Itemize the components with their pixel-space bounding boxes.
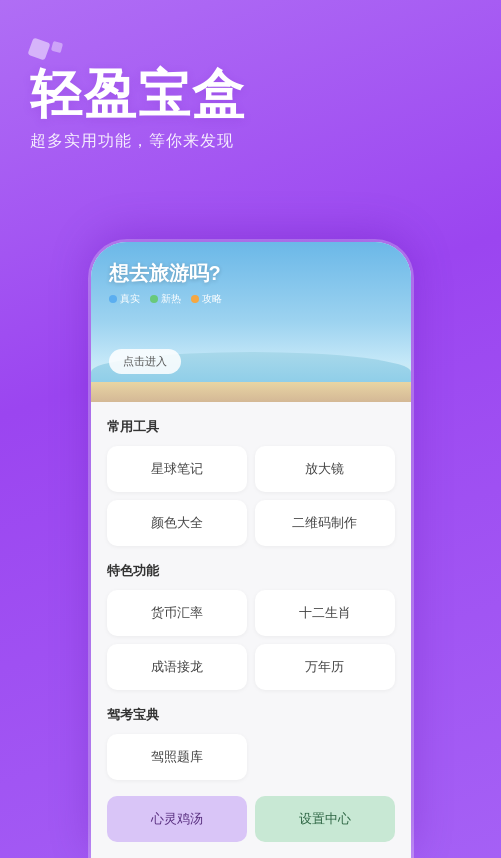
phone-frame: 想去旅游吗? 真实 新热 攻略 点击进入 常用工具 xyxy=(91,242,411,858)
banner-beach xyxy=(91,382,411,402)
tool-idiom[interactable]: 成语接龙 xyxy=(107,644,247,690)
app-title: 轻盈宝盒 xyxy=(30,66,471,123)
tool-driving-quiz[interactable]: 驾照题库 xyxy=(107,734,247,780)
section-title-special: 特色功能 xyxy=(107,562,395,580)
tool-qrcode[interactable]: 二维码制作 xyxy=(255,500,395,546)
app-subtitle: 超多实用功能，等你来发现 xyxy=(30,131,471,152)
decoration-dot-large xyxy=(27,37,50,60)
section-title-common-tools: 常用工具 xyxy=(107,418,395,436)
tag-dot-orange xyxy=(191,295,199,303)
banner-tags: 真实 新热 攻略 xyxy=(109,292,222,306)
card-settings[interactable]: 设置中心 xyxy=(255,796,395,842)
card-soul-soup[interactable]: 心灵鸡汤 xyxy=(107,796,247,842)
tool-currency[interactable]: 货币汇率 xyxy=(107,590,247,636)
tool-calendar[interactable]: 万年历 xyxy=(255,644,395,690)
common-tools-grid: 星球笔记 放大镜 颜色大全 二维码制作 xyxy=(107,446,395,546)
phone-mockup: 想去旅游吗? 真实 新热 攻略 点击进入 常用工具 xyxy=(91,242,411,858)
phone-content: 常用工具 星球笔记 放大镜 颜色大全 二维码制作 特色功能 货币汇率 十二生肖 … xyxy=(91,402,411,858)
tag-dot-green xyxy=(150,295,158,303)
tag-label-0: 真实 xyxy=(120,292,140,306)
tool-color[interactable]: 颜色大全 xyxy=(107,500,247,546)
bottom-cards-row: 心灵鸡汤 设置中心 xyxy=(107,796,395,842)
travel-banner: 想去旅游吗? 真实 新热 攻略 点击进入 xyxy=(91,242,411,402)
tag-label-2: 攻略 xyxy=(202,292,222,306)
decoration-dot-small xyxy=(51,41,63,53)
banner-enter-button[interactable]: 点击进入 xyxy=(109,349,181,374)
banner-tag-1: 新热 xyxy=(150,292,181,306)
section-title-driving: 驾考宝典 xyxy=(107,706,395,724)
driving-tools-grid: 驾照题库 xyxy=(107,734,395,780)
banner-title: 想去旅游吗? xyxy=(109,260,221,287)
banner-tag-2: 攻略 xyxy=(191,292,222,306)
tool-star-notes[interactable]: 星球笔记 xyxy=(107,446,247,492)
tag-dot-blue xyxy=(109,295,117,303)
tool-magnifier[interactable]: 放大镜 xyxy=(255,446,395,492)
special-tools-grid: 货币汇率 十二生肖 成语接龙 万年历 xyxy=(107,590,395,690)
banner-tag-0: 真实 xyxy=(109,292,140,306)
tool-zodiac[interactable]: 十二生肖 xyxy=(255,590,395,636)
tag-label-1: 新热 xyxy=(161,292,181,306)
